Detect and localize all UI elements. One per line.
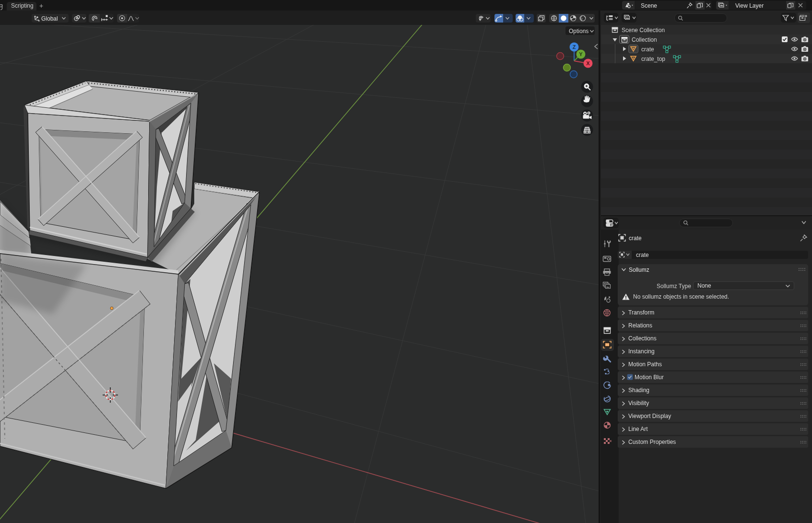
svg-text:X: X	[586, 60, 590, 66]
svg-text:Z: Z	[573, 44, 576, 50]
svg-text:Y: Y	[579, 51, 583, 57]
